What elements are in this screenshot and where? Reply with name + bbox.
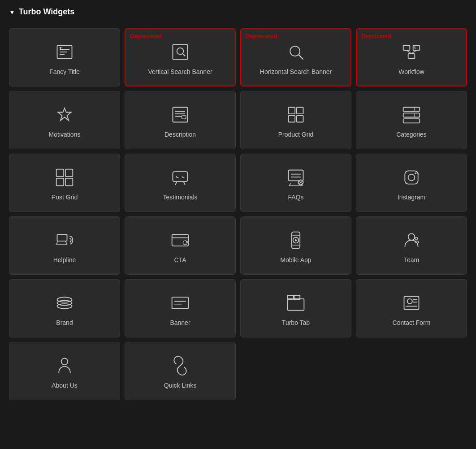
team-label: Team: [404, 256, 419, 263]
svg-point-55: [408, 233, 415, 240]
turbo-tab-icon: [285, 292, 307, 314]
svg-point-42: [408, 174, 415, 181]
widget-card-faqs[interactable]: FAQs: [240, 154, 351, 212]
svg-rect-33: [65, 178, 73, 186]
svg-rect-31: [65, 169, 73, 177]
vertical-search-banner-label: Vertical Search Banner: [148, 68, 212, 75]
contact-form-label: Contact Form: [393, 319, 431, 326]
svg-rect-34: [173, 172, 188, 181]
helpline-icon: [54, 229, 75, 251]
svg-text:$: $: [414, 46, 416, 50]
widget-card-quick-links[interactable]: Quick Links: [125, 342, 236, 400]
post-grid-icon: [54, 167, 75, 188]
widget-card-banner[interactable]: Banner: [125, 279, 236, 337]
mobile-app-icon: [285, 229, 307, 251]
widget-card-testimonials[interactable]: Testimonials: [125, 154, 236, 212]
svg-line-7: [182, 53, 185, 56]
collapse-arrow[interactable]: ▼: [9, 9, 15, 16]
helpline-label: Helpline: [53, 256, 76, 263]
widget-card-horizontal-search-banner[interactable]: DeprecatedHorizontal Search Banner: [240, 28, 351, 86]
svg-rect-44: [57, 234, 67, 241]
svg-rect-64: [288, 299, 304, 311]
widget-grid: TFancy TitleDeprecatedVertical Search Ba…: [0, 24, 476, 409]
banner-label: Banner: [170, 319, 190, 326]
svg-rect-12: [408, 54, 415, 59]
about-us-label: About Us: [52, 382, 78, 389]
svg-rect-22: [297, 108, 303, 114]
svg-rect-23: [289, 116, 295, 122]
svg-rect-61: [172, 297, 189, 309]
svg-point-60: [57, 297, 72, 302]
widget-card-about-us[interactable]: About Us: [9, 342, 120, 400]
svg-rect-35: [289, 170, 303, 181]
widget-card-post-grid[interactable]: Post Grid: [9, 154, 120, 212]
svg-line-73: [178, 363, 183, 368]
svg-line-9: [299, 55, 303, 59]
widget-card-product-grid[interactable]: Product Grid: [240, 91, 351, 149]
widget-card-motivations[interactable]: Motivations: [9, 91, 120, 149]
widget-card-cta[interactable]: CTA: [125, 216, 236, 275]
description-label: Description: [164, 131, 196, 138]
mobile-app-label: Mobile App: [280, 256, 311, 263]
banner-icon: [169, 292, 191, 314]
instagram-label: Instagram: [398, 194, 425, 201]
svg-rect-5: [173, 45, 188, 60]
quick-links-icon: [169, 355, 191, 376]
product-grid-icon: [285, 104, 307, 125]
svg-rect-26: [403, 113, 420, 117]
svg-rect-16: [173, 108, 188, 122]
widget-card-contact-form[interactable]: Contact Form: [356, 279, 467, 337]
section-title: Turbo Widgets: [19, 7, 75, 17]
workflow-label: Workflow: [398, 68, 424, 75]
horizontal-search-banner-label: Horizontal Search Banner: [260, 68, 332, 75]
widget-card-team[interactable]: Team: [356, 216, 467, 275]
testimonials-icon: [169, 167, 191, 188]
svg-rect-10: [403, 45, 410, 50]
svg-point-68: [407, 299, 412, 304]
svg-line-13: [407, 50, 411, 53]
turbo-tab-label: Turbo Tab: [282, 319, 310, 326]
svg-rect-27: [403, 119, 420, 123]
widget-card-turbo-tab[interactable]: Turbo Tab: [240, 279, 351, 337]
quick-links-label: Quick Links: [164, 382, 196, 389]
about-us-icon: [54, 355, 75, 376]
svg-rect-21: [289, 108, 295, 114]
widget-card-fancy-title[interactable]: TFancy Title: [9, 28, 120, 86]
svg-text:T: T: [59, 46, 62, 51]
widget-card-helpline[interactable]: Helpline: [9, 216, 120, 275]
widget-card-vertical-search-banner[interactable]: DeprecatedVertical Search Banner: [125, 28, 236, 86]
svg-rect-30: [56, 169, 64, 177]
section-header: ▼ Turbo Widgets: [0, 0, 476, 24]
widget-card-instagram[interactable]: Instagram: [356, 154, 467, 212]
post-grid-label: Post Grid: [52, 194, 78, 201]
svg-point-72: [61, 358, 68, 365]
svg-line-14: [411, 50, 416, 53]
widget-card-description[interactable]: Description: [125, 91, 236, 149]
svg-point-43: [415, 173, 416, 174]
svg-point-8: [290, 46, 300, 56]
description-icon: [169, 104, 191, 125]
cta-label: CTA: [174, 256, 186, 263]
horizontal-search-banner-icon: [285, 41, 307, 63]
brand-icon: [54, 292, 75, 314]
widget-card-categories[interactable]: Categories: [356, 91, 467, 149]
svg-rect-32: [56, 178, 64, 186]
contact-form-icon: [401, 292, 422, 314]
svg-rect-20: [182, 116, 186, 119]
categories-label: Categories: [396, 131, 427, 138]
faqs-label: FAQs: [288, 194, 303, 201]
deprecated-label: Depricated: [361, 33, 391, 39]
motivations-icon: [54, 104, 75, 125]
instagram-icon: [401, 167, 422, 188]
widget-card-mobile-app[interactable]: Mobile App: [240, 216, 351, 275]
cta-icon: [169, 229, 191, 251]
deprecated-label: Deprecated: [130, 33, 162, 39]
vertical-search-banner-icon: [169, 41, 191, 63]
product-grid-label: Product Grid: [278, 131, 314, 138]
brand-label: Brand: [56, 319, 73, 326]
widget-card-workflow[interactable]: Depricated$Workflow: [356, 28, 467, 86]
fancy-title-label: Fancy Title: [49, 68, 80, 75]
widget-card-brand[interactable]: Brand: [9, 279, 120, 337]
testimonials-label: Testimonials: [163, 194, 197, 201]
team-icon: [401, 229, 422, 251]
